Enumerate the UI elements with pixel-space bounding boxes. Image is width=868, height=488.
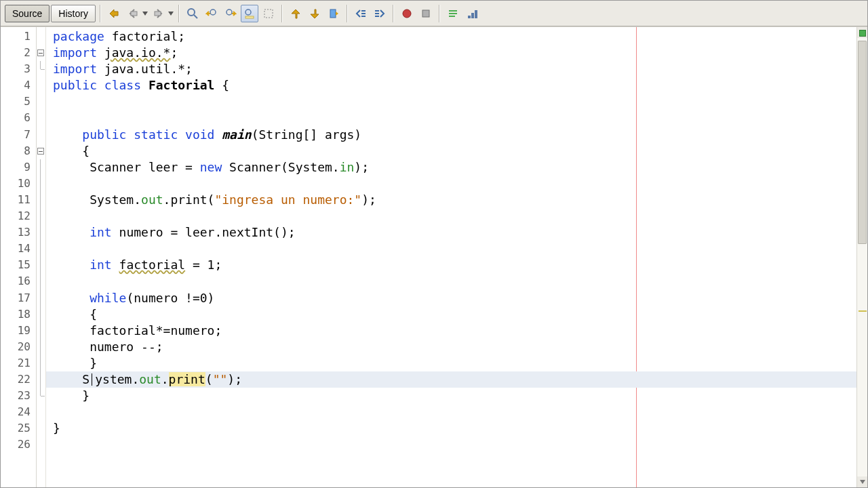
- fold-cell: [37, 355, 45, 371]
- code-line[interactable]: int factorial = 1;: [46, 257, 856, 273]
- fold-column[interactable]: [37, 27, 46, 487]
- code-line[interactable]: {: [46, 143, 856, 159]
- forward-icon[interactable]: [150, 5, 167, 22]
- line-number: 13: [1, 224, 36, 241]
- toggle-highlight-icon[interactable]: [241, 5, 258, 22]
- code-line[interactable]: [46, 110, 856, 126]
- fold-cell[interactable]: [37, 143, 45, 159]
- code-line[interactable]: }: [46, 388, 856, 404]
- toggle-rectangular-selection-icon[interactable]: [260, 5, 277, 22]
- svg-point-6: [245, 9, 251, 15]
- line-number: 10: [1, 176, 36, 192]
- fold-cell: [37, 127, 45, 143]
- separator: [439, 5, 440, 22]
- svg-rect-8: [264, 9, 273, 18]
- fold-collapse-icon[interactable]: [37, 49, 44, 56]
- svg-point-4: [210, 9, 216, 15]
- code-line[interactable]: factorial*=numero;: [46, 323, 856, 339]
- code-line[interactable]: [46, 94, 856, 110]
- code-line[interactable]: {: [46, 306, 856, 323]
- shift-right-icon[interactable]: [371, 5, 389, 22]
- code-line[interactable]: System.out.print("");: [46, 371, 856, 388]
- warning-marker[interactable]: [859, 310, 867, 312]
- code-line[interactable]: package factorial;: [46, 28, 856, 45]
- code-line[interactable]: System.out.print("ingresa un numero:");: [46, 192, 856, 208]
- line-number: 1: [1, 28, 36, 45]
- fold-cell: [37, 110, 45, 126]
- code-line[interactable]: public static void main(String[] args): [46, 127, 856, 143]
- code-line[interactable]: }: [46, 355, 856, 371]
- code-line[interactable]: [46, 436, 856, 453]
- code-line[interactable]: }: [46, 420, 856, 436]
- back-icon[interactable]: [124, 5, 142, 22]
- back-dropdown[interactable]: [142, 5, 149, 22]
- fold-cell: [37, 323, 45, 339]
- separator: [281, 5, 283, 22]
- line-number: 18: [1, 306, 36, 323]
- line-number: 9: [1, 159, 36, 176]
- history-tab[interactable]: History: [51, 5, 96, 22]
- svg-rect-23: [475, 10, 477, 18]
- code-line[interactable]: numero --;: [46, 339, 856, 355]
- code-line[interactable]: public class Factorial {: [46, 77, 856, 94]
- source-tab[interactable]: Source: [5, 5, 50, 22]
- code-line[interactable]: [46, 404, 856, 420]
- fold-cell: [37, 192, 45, 208]
- forward-dropdown[interactable]: [167, 5, 174, 22]
- line-number: 19: [1, 323, 36, 339]
- error-stripe[interactable]: [856, 27, 867, 487]
- previous-bookmark-icon[interactable]: [287, 5, 304, 22]
- fold-cell: [37, 273, 45, 289]
- code-line[interactable]: [46, 241, 856, 257]
- line-number: 8: [1, 143, 36, 159]
- line-number: 15: [1, 257, 36, 273]
- comment-icon[interactable]: [444, 5, 462, 22]
- svg-point-16: [403, 9, 411, 18]
- code-line[interactable]: import java.io.*;: [46, 45, 856, 61]
- fold-collapse-icon[interactable]: [37, 148, 44, 155]
- editor-toolbar: Source History: [1, 1, 867, 26]
- line-number: 22: [1, 371, 36, 388]
- fold-cell: [37, 388, 45, 404]
- code-line[interactable]: Scanner leer = new Scanner(System.in);: [46, 159, 856, 176]
- toggle-bookmark-icon[interactable]: [325, 5, 342, 22]
- scrollbar-thumb[interactable]: [858, 41, 867, 244]
- line-number: 20: [1, 339, 36, 355]
- find-selection-icon[interactable]: [184, 5, 201, 22]
- fold-cell: [37, 77, 45, 94]
- find-next-icon[interactable]: [222, 5, 239, 22]
- fold-cell: [37, 224, 45, 241]
- fold-cell: [37, 306, 45, 323]
- svg-rect-0: [131, 12, 137, 16]
- find-previous-icon[interactable]: [203, 5, 220, 22]
- editor-window: Source History: [0, 0, 868, 488]
- code-line[interactable]: [46, 208, 856, 224]
- line-number: 5: [1, 94, 36, 110]
- fold-cell[interactable]: [37, 45, 45, 61]
- code-line[interactable]: [46, 176, 856, 192]
- fold-cell: [37, 290, 45, 306]
- line-number: 4: [1, 77, 36, 94]
- svg-line-3: [194, 15, 197, 18]
- svg-rect-7: [245, 16, 254, 18]
- code-line[interactable]: while(numero !=0): [46, 290, 856, 306]
- stop-macro-recording-icon[interactable]: [417, 5, 435, 22]
- scroll-down-arrow[interactable]: [857, 476, 867, 487]
- start-macro-recording-icon[interactable]: [398, 5, 416, 22]
- next-bookmark-icon[interactable]: [306, 5, 323, 22]
- fold-cell: [37, 159, 45, 176]
- last-edit-icon[interactable]: [105, 5, 123, 22]
- fold-cell: [37, 61, 45, 77]
- shift-left-icon[interactable]: [352, 5, 370, 22]
- code-line[interactable]: [46, 273, 856, 289]
- code-area[interactable]: package factorial;import java.io.*;impor…: [46, 27, 856, 487]
- code-line[interactable]: int numero = leer.nextInt();: [46, 224, 856, 241]
- uncomment-icon[interactable]: [463, 5, 481, 22]
- code-line[interactable]: import java.util.*;: [46, 61, 856, 77]
- line-number: 7: [1, 127, 36, 143]
- code-editor[interactable]: 1234567891011121314151617181920212223242…: [1, 26, 867, 487]
- svg-rect-22: [471, 13, 474, 18]
- text-caret: [90, 373, 95, 386]
- svg-point-2: [188, 9, 195, 16]
- svg-rect-21: [468, 16, 471, 18]
